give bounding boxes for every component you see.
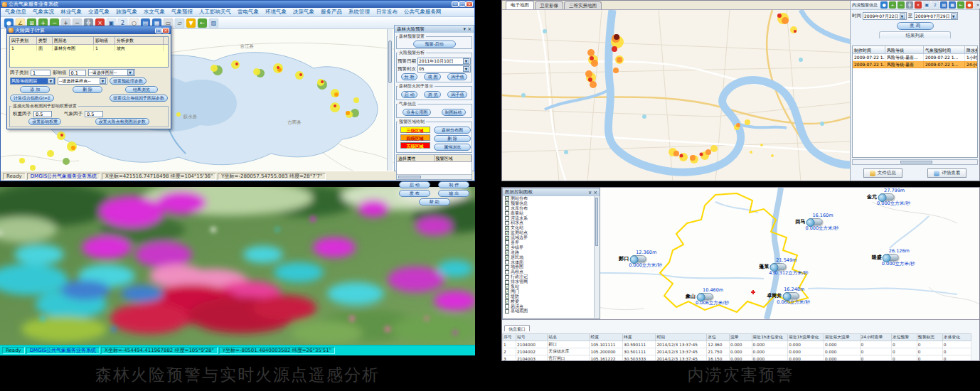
auto-button[interactable]: 启 动 — [401, 91, 418, 98]
menu-item[interactable]: 公共气象服务网 — [404, 9, 442, 16]
pin-icon[interactable]: ▼ — [186, 18, 196, 28]
panel-bottom-button[interactable]: 帮 助 — [419, 198, 450, 205]
layer-checkbox[interactable] — [505, 275, 509, 279]
level-layer-select[interactable]: 风险等级图层▼ — [10, 77, 55, 85]
warning-date-select[interactable]: 2011年10月10日▼ — [417, 58, 471, 65]
layer-checkbox[interactable] — [505, 309, 509, 314]
back-icon[interactable]: ← — [957, 1, 964, 9]
factor-class-input[interactable]: 1 — [31, 70, 50, 76]
add-button[interactable]: 添 加 — [20, 86, 50, 93]
layer-checkbox[interactable]: ✓ — [505, 196, 509, 200]
hydro-station[interactable]: 21.549m蓬莱430.312立方米/秒 — [759, 257, 808, 277]
panel-bottom-button[interactable]: 制 作 — [438, 181, 469, 188]
layer-checkbox[interactable]: ✓ — [505, 255, 509, 259]
result-row[interactable]: 2009-07-22 1...风险等级:暴雨...2009-07-22 1...… — [853, 54, 978, 61]
export-icon[interactable]: ▱ — [175, 18, 184, 28]
result-col-header[interactable]: 降水类型 — [965, 46, 978, 54]
layer-checkbox[interactable]: ✓ — [505, 284, 509, 289]
query-button[interactable]: 查 询 — [897, 22, 934, 30]
back-icon[interactable]: ← — [198, 18, 207, 28]
menu-item[interactable]: 水文气象 — [144, 9, 165, 16]
globe-icon[interactable]: ● — [880, 1, 888, 9]
layer-checkbox[interactable]: ✓ — [505, 250, 509, 255]
hydro-station[interactable]: 12.360m郪口0.000立方米/秒 — [619, 250, 662, 269]
layer-checkbox[interactable] — [505, 216, 509, 220]
analyze-button[interactable]: 分 析 — [401, 73, 418, 80]
stop2-icon[interactable]: ● — [966, 1, 973, 9]
factor-row[interactable]: 1面森林分布图1坡向 — [10, 45, 168, 51]
page2-icon[interactable]: 2 — [932, 1, 939, 9]
menu-item[interactable]: 旅游气象 — [116, 9, 137, 16]
map-tab[interactable]: 卫星影像 — [535, 1, 563, 9]
layer-checkbox[interactable]: ✓ — [505, 299, 509, 304]
layer-checkbox[interactable]: ✓ — [505, 201, 509, 205]
layer-checkbox[interactable]: ✓ — [505, 245, 509, 250]
map-layers-icon[interactable]: ▤ — [940, 1, 947, 9]
flood-city-map[interactable] — [502, 10, 850, 181]
maximize-button[interactable]: □ — [155, 28, 162, 33]
image-icon[interactable]: ▨ — [209, 18, 218, 28]
warning-area-list[interactable]: 选择属性 预警区域 — [396, 154, 472, 180]
layer-checkbox[interactable] — [505, 260, 509, 264]
detect-params-button[interactable]: 设置火险点检测图层参数 — [95, 118, 149, 125]
weight2-input[interactable]: 0.5 — [85, 111, 103, 117]
factor-value-button[interactable]: 因子值 — [447, 73, 467, 80]
close-icon[interactable]: × — [974, 1, 980, 9]
factor-value2-button[interactable]: 因子值 — [447, 91, 467, 98]
result-col-header[interactable]: 制作时间 — [853, 46, 885, 54]
fire-map[interactable]: 泸州市合江县长江叙永县古蔺县 火险因子计算 □× 因子类别类型图层名影响值分析参… — [1, 29, 474, 171]
menu-item[interactable]: 决策气象 — [293, 9, 314, 16]
station-info-table[interactable]: 序号站号站名经度纬度时间水位流量最近1h水位变化最近1h流量变化最近最大流量24… — [502, 333, 971, 360]
panel-bottom-button[interactable]: 启 动 — [399, 181, 430, 188]
hydro-station[interactable]: 16.248m卓筒井0.060立方米/秒 — [767, 286, 810, 306]
warning-start-button[interactable]: 预警-启动 — [413, 41, 456, 48]
layer-checkbox[interactable]: ✓ — [505, 289, 509, 294]
file-info-button[interactable]: 文件信息 — [863, 168, 902, 178]
pin-icon[interactable]: ▾ — [464, 26, 467, 32]
layer-vscrollbar[interactable] — [594, 196, 599, 318]
draw-map-button[interactable]: 制图标绘 — [442, 109, 466, 116]
layer-checkbox[interactable]: ✓ — [505, 294, 509, 299]
zoom-in-icon[interactable]: + — [889, 1, 896, 9]
sample-select[interactable]: --请选择采样点--▼ — [58, 77, 107, 85]
menu-item[interactable]: 日常发布 — [376, 9, 398, 16]
impact-input[interactable]: 0.1 — [69, 70, 86, 76]
menu-item[interactable]: 气象预报 — [171, 9, 193, 16]
map-edit-icon[interactable]: ▦ — [949, 1, 956, 9]
layer-checkbox[interactable] — [505, 270, 509, 274]
attr-browse-button[interactable]: 属性浏览 — [434, 144, 471, 151]
delete-area-button[interactable]: 删 除 — [434, 135, 471, 142]
menu-item[interactable]: 气象实况 — [33, 9, 54, 16]
layer-params-button[interactable]: 设置综合等级因子图层参数 — [110, 95, 168, 102]
info-row[interactable]: 32104003官厅闸口105.16122230.5033332014/12/3… — [503, 355, 971, 361]
map-vertical-scrollbar[interactable] — [387, 29, 393, 171]
stop-icon[interactable]: × — [915, 1, 922, 9]
station-map[interactable]: 27.799m金元0.000立方米/秒16.160m回马0.000立方米/秒12… — [502, 188, 979, 319]
preprocess-button[interactable]: 设置预处理参数 — [110, 77, 147, 85]
layer-select[interactable]: --请选择图层--▼ — [88, 69, 135, 76]
map-tab[interactable]: 三维实景地图 — [564, 1, 602, 9]
pan-icon[interactable]: ╬ — [906, 1, 913, 9]
layer-checkbox[interactable]: ✓ — [505, 236, 509, 240]
info-window-tab[interactable]: 信息窗口 — [504, 325, 530, 331]
result-table[interactable]: 制作时间风险等级气象预报时间降水类型制作人 2009-07-22 1...风险等… — [852, 45, 978, 158]
layer-checkbox[interactable] — [505, 221, 509, 225]
layer-checkbox[interactable] — [505, 211, 509, 215]
detail-view-button[interactable]: 详情查看 — [927, 168, 966, 178]
menu-item[interactable]: 林业气象 — [60, 9, 82, 16]
public-map-button[interactable]: 业务公用图 — [403, 109, 431, 116]
info-row[interactable]: 12104000郪口105.10111130.5901112014/12/3 1… — [503, 341, 971, 348]
date-to-picker[interactable]: 2009年07月29日▼ — [914, 12, 958, 20]
layer-checkbox[interactable]: ✓ — [505, 226, 509, 230]
warning-time-select[interactable]: 05▼ — [417, 65, 471, 73]
close-icon[interactable]: × — [593, 190, 597, 196]
result-col-header[interactable]: 气象预报时间 — [924, 46, 965, 54]
hydro-station[interactable]: 27.799m金元0.000立方米/秒 — [867, 188, 910, 207]
menu-item[interactable]: 人工影响天气 — [199, 9, 231, 16]
menu-item[interactable]: 环境气象 — [265, 9, 287, 16]
date-from-picker[interactable]: 2009年07月22日▼ — [863, 12, 907, 20]
list-hscrollbar[interactable] — [397, 174, 472, 179]
menu-item[interactable]: 雷电气象 — [238, 9, 259, 16]
layer-item[interactable]: 基础底图 — [504, 309, 594, 314]
maximize-button[interactable]: □ — [459, 1, 466, 7]
